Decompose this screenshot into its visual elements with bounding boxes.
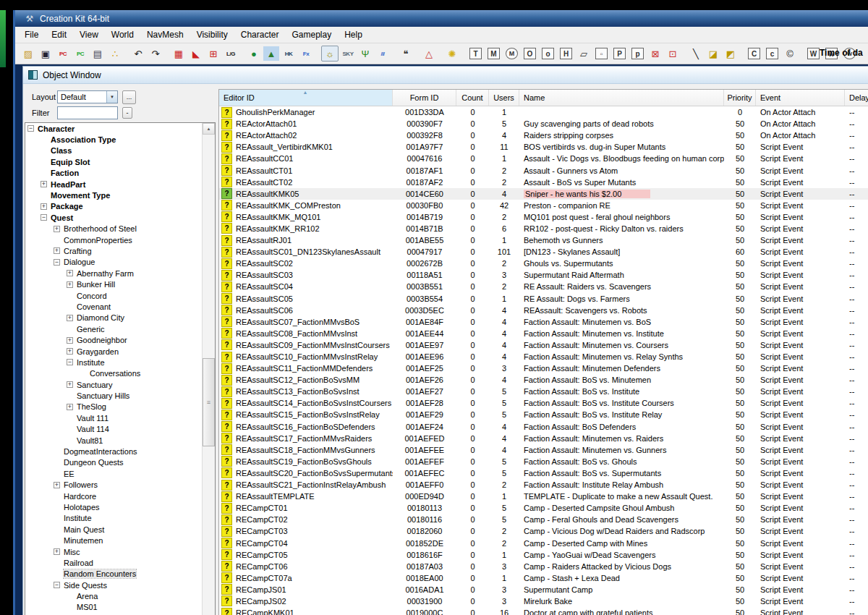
table-row[interactable]: ?REAssaultSC01_DN123SkylanesAssault00047…: [219, 246, 868, 258]
table-row[interactable]: ?RECampCT04001852DE02Camp - Deserted Cam…: [219, 537, 868, 548]
table-row[interactable]: ?REAssaultKMK_COMPreston00030FB0042Prest…: [219, 200, 868, 211]
table-row[interactable]: ?RECampJS010016ADA103Supermutant Camp50S…: [219, 584, 868, 595]
tree-item-package[interactable]: +Package: [25, 201, 215, 212]
tree-item-covenant[interactable]: Covenant: [25, 301, 215, 312]
filter-button[interactable]: -: [122, 107, 132, 119]
tree-item-arena[interactable]: Arena: [25, 590, 215, 601]
havok-sim-icon[interactable]: HK: [281, 46, 297, 61]
tree-collapse-icon[interactable]: −: [27, 125, 34, 132]
open-icon[interactable]: ▨: [20, 46, 36, 61]
world-sphere-icon[interactable]: ●: [246, 46, 262, 61]
tree-item-institute[interactable]: Institute: [25, 513, 215, 524]
tree-expand-icon[interactable]: +: [54, 247, 60, 254]
tree-item-institute[interactable]: −Institute: [25, 357, 215, 368]
snap-to-grid-icon[interactable]: ▦: [171, 46, 187, 61]
sparkles-icon[interactable]: ✺: [444, 46, 460, 61]
scroll-up-icon[interactable]: ▲: [203, 123, 215, 135]
table-row[interactable]: ?REAssaultSC13_FactionBoSvsInst001AEF270…: [219, 386, 868, 397]
table-row[interactable]: ?REAssaultSC08_FactionMMvsInst001AEE4404…: [219, 328, 868, 339]
tree-item-diamond-city[interactable]: +Diamond City: [25, 313, 215, 323]
markers-icon[interactable]: ∴: [107, 46, 123, 61]
table-row[interactable]: ?REAssaultSC21_FactionInstRelayAmbush001…: [219, 479, 868, 491]
table-row[interactable]: ?REAssaultTEMPLATE000ED94D01TEMPLATE - D…: [219, 491, 868, 502]
cube-c-icon[interactable]: c: [766, 48, 778, 59]
box-x-icon[interactable]: ⊠: [647, 46, 663, 61]
tree-item-abernathy-farm[interactable]: +Abernathy Farm: [25, 268, 215, 279]
cube-marker-icon[interactable]: ◩: [723, 46, 739, 61]
tree-item-misc[interactable]: +Misc: [25, 546, 215, 557]
cube-o-icon[interactable]: o: [542, 48, 554, 59]
tree-item-graygarden[interactable]: +Graygarden: [25, 346, 215, 357]
cube-key-icon[interactable]: ⊡: [665, 46, 681, 61]
column-header-form-id[interactable]: Form ID: [393, 90, 456, 106]
table-row[interactable]: ?RECampCT030018206002Camp - Vicious Dog …: [219, 525, 868, 537]
grass-toggle-icon[interactable]: Ψ: [357, 46, 373, 61]
tree-item-random-encounters[interactable]: Random Encounters: [25, 569, 215, 580]
table-row[interactable]: ?REAssaultCT0100187AF102Assault - Gunner…: [219, 164, 868, 176]
tree-expand-icon[interactable]: +: [54, 548, 60, 555]
tree-item-vault81[interactable]: Vault81: [25, 435, 215, 446]
table-row[interactable]: ?REAssaultSC09_FactionMMvsInstCoursers00…: [219, 339, 868, 351]
tree-item-dialogue[interactable]: −Dialogue: [25, 257, 215, 268]
tree-item-dogmeatinteractions[interactable]: DogmeatInteractions: [25, 446, 215, 457]
cube-p-icon[interactable]: p: [631, 48, 644, 59]
table-row[interactable]: ?RECampCT0600187A0303Camp - Raiders Atta…: [219, 561, 868, 572]
tree-item-equip-slot[interactable]: Equip Slot: [25, 156, 215, 167]
table-row[interactable]: ?RECampCT050018616F01Camp - YaoGuai w/De…: [219, 549, 868, 561]
tree-item-concord[interactable]: Concord: [25, 290, 215, 301]
table-row[interactable]: ?RECampCT020018011605Camp - Feral Ghouls…: [219, 514, 868, 525]
tree-item-crafting[interactable]: +Crafting: [25, 245, 215, 256]
tree-item-quest[interactable]: −Quest: [25, 212, 215, 223]
tree-item-hardcore[interactable]: Hardcore: [25, 491, 215, 501]
tree-expand-icon[interactable]: +: [67, 381, 73, 388]
cube-t-icon[interactable]: T: [469, 48, 482, 59]
box-p-icon[interactable]: P: [613, 48, 626, 59]
table-row[interactable]: ?REAssaultSC07_FactionMMvsBoS001AE84F04F…: [219, 316, 868, 328]
version-control-pc-red-icon[interactable]: PC: [55, 46, 71, 61]
version-control-pc-green-icon[interactable]: PC: [72, 46, 88, 61]
column-header-users[interactable]: Users: [489, 90, 519, 106]
sky-toggle-icon[interactable]: SKY: [340, 46, 356, 61]
tree-item-sanctuary-hills[interactable]: Sanctuary Hills: [25, 390, 215, 401]
table-row[interactable]: ?REAssaultSC10_FactionMMvsInstRelay001AE…: [219, 351, 868, 362]
cube-plain-icon[interactable]: ▱: [576, 46, 592, 61]
column-header-delay[interactable]: Delay: [845, 90, 868, 106]
object-window-title-bar[interactable]: Object Window: [23, 67, 868, 84]
table-row[interactable]: ?REAssaultSC16_FactionBoSDefenders001AEF…: [219, 421, 868, 433]
tree-item-followers[interactable]: +Followers: [25, 480, 215, 491]
tree-expand-icon[interactable]: +: [67, 404, 73, 410]
table-row[interactable]: ?REAssaultKMK_RR1020014B71B06RR102 - pos…: [219, 223, 868, 234]
tree-item-main-quest[interactable]: Main Quest: [25, 524, 215, 535]
tree-item-faction[interactable]: Faction: [25, 168, 215, 179]
column-header-name[interactable]: Name: [519, 90, 724, 106]
room-bounds-icon[interactable]: ▧: [865, 46, 868, 61]
table-row[interactable]: ?REAssaultSC12_FactionBoSvsMM001AEF2604F…: [219, 374, 868, 386]
tree-item-goodneighbor[interactable]: +Goodneighbor: [25, 334, 215, 345]
table-row[interactable]: ?RECampCT07a0018EA0001Camp - Stash + Lex…: [219, 572, 868, 584]
table-row[interactable]: ?REAssaultSC020002672B02Ghouls vs. Super…: [219, 258, 868, 269]
circle-c-icon[interactable]: ©: [782, 46, 798, 61]
radio-tower-icon[interactable]: △: [421, 46, 437, 61]
pick-ray-icon[interactable]: ╲: [688, 46, 704, 61]
tree-item-side-quests[interactable]: −Side Quests: [25, 580, 215, 590]
dialogue-icon[interactable]: ❝: [398, 46, 414, 61]
tree-collapse-icon[interactable]: −: [41, 214, 47, 221]
undo-icon[interactable]: ↶: [130, 46, 146, 61]
tree-expand-icon[interactable]: +: [54, 226, 60, 232]
menu-item-gameplay[interactable]: Gameplay: [285, 27, 338, 42]
tree-collapse-icon[interactable]: −: [54, 582, 60, 588]
column-header-editor-id[interactable]: Editor ID▲: [219, 90, 393, 106]
tree-expand-icon[interactable]: +: [67, 315, 73, 321]
tree-item-minutemen[interactable]: Minutemen: [25, 535, 215, 546]
title-bar[interactable]: ⚒ Creation Kit 64-bit: [15, 10, 868, 27]
table-row[interactable]: ?REAssaultSC050003B55401RE Assault: Dogs…: [219, 293, 868, 305]
save-icon[interactable]: ▣: [38, 46, 54, 61]
cube-light-icon[interactable]: ◪: [705, 46, 721, 61]
tree-item-headpart[interactable]: +HeadPart: [25, 179, 215, 190]
table-row[interactable]: ?REAssaultRJ01001ABE5501Behemoth vs Gunn…: [219, 234, 868, 246]
column-header-count[interactable]: Count: [456, 90, 489, 106]
column-header-event[interactable]: Event: [756, 90, 845, 106]
tree-item-brotherhood-of-steel[interactable]: +Brotherhood of Steel: [25, 224, 215, 234]
effects-icon[interactable]: Fx: [298, 46, 314, 61]
menu-item-help[interactable]: Help: [338, 27, 369, 42]
